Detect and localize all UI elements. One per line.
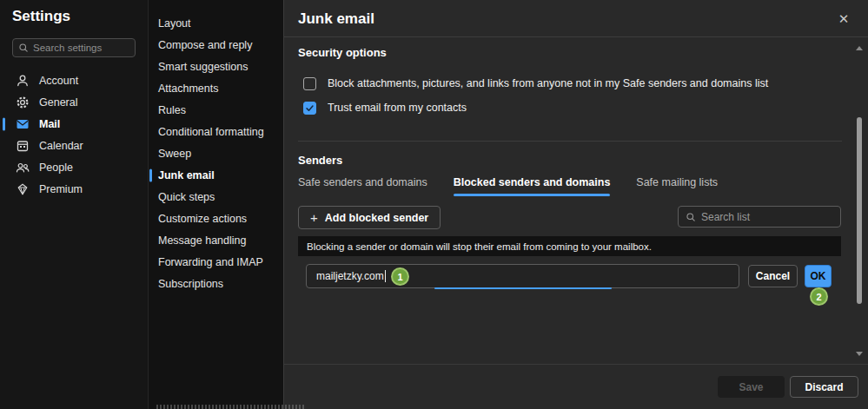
annotation-step-1: 1 — [391, 267, 409, 286]
nav-item-compose-and-reply[interactable]: Compose and reply — [149, 34, 283, 56]
checkmark-icon — [305, 103, 315, 113]
section-divider — [298, 141, 842, 142]
nav-item-label: Smart suggestions — [158, 61, 248, 73]
nav-item-junk-email[interactable]: Junk email — [149, 164, 283, 186]
nav-item-quick-steps[interactable]: Quick steps — [149, 186, 283, 208]
nav-item-rules[interactable]: Rules — [149, 99, 283, 121]
settings-sidebar: Settings Account General — [0, 0, 148, 409]
nav-item-label: Rules — [158, 104, 186, 116]
sidebar-item-premium[interactable]: Premium — [0, 178, 148, 200]
sidebar-item-mail[interactable]: Mail — [0, 113, 148, 135]
discard-button[interactable]: Discard — [790, 376, 858, 398]
nav-item-label: Layout — [158, 17, 191, 30]
block-attachments-checkbox[interactable] — [303, 77, 316, 90]
people-icon — [16, 161, 30, 175]
tab-safe-senders-and-domains[interactable]: Safe senders and domains — [298, 176, 427, 196]
nav-item-label: Forwarding and IMAP — [158, 256, 263, 268]
sidebar-item-calendar[interactable]: Calendar — [0, 135, 148, 156]
sidebar-item-people[interactable]: People — [0, 156, 148, 178]
sidebar-item-general[interactable]: General — [0, 91, 148, 113]
scroll-up-arrow[interactable] — [856, 46, 863, 50]
cancel-button[interactable]: Cancel — [748, 265, 798, 287]
info-text: Blocking a sender or domain will stop th… — [307, 241, 652, 252]
blocking-info-banner: Blocking a sender or domain will stop th… — [298, 236, 841, 256]
scroll-down-arrow[interactable] — [856, 352, 863, 356]
nav-item-customize-actions[interactable]: Customize actions — [149, 208, 283, 229]
nav-item-label: Conditional formatting — [158, 126, 264, 138]
nav-item-forwarding-and-imap[interactable]: Forwarding and IMAP — [149, 251, 283, 273]
tab-label: Blocked senders and domains — [454, 176, 611, 188]
nav-item-label: Customize actions — [158, 213, 247, 225]
security-options-heading: Security options — [298, 46, 387, 59]
nav-item-conditional-formatting[interactable]: Conditional formatting — [149, 121, 283, 142]
settings-search-input[interactable] — [33, 43, 129, 53]
nav-item-smart-suggestions[interactable]: Smart suggestions — [149, 56, 283, 77]
text-caret — [385, 270, 386, 282]
nav-item-message-handling[interactable]: Message handling — [149, 229, 283, 251]
nav-item-subscriptions[interactable]: Subscriptions — [149, 273, 283, 294]
tab-label: Safe senders and domains — [298, 176, 427, 188]
junk-email-panel: Junk email ✕ Security options Block atta… — [283, 0, 868, 409]
nav-item-label: Quick steps — [158, 191, 215, 203]
focus-underline — [434, 287, 612, 289]
add-blocked-sender-label: Add blocked sender — [325, 212, 428, 224]
settings-heading: Settings — [12, 8, 70, 25]
search-icon — [686, 212, 696, 222]
settings-search-box[interactable] — [12, 38, 136, 57]
person-icon — [16, 74, 30, 88]
save-button[interactable]: Save — [718, 376, 785, 398]
checkbox-row-trust-contacts: Trust email from my contacts — [303, 100, 467, 115]
panel-header: Junk email ✕ — [284, 0, 868, 37]
selected-indicator — [149, 168, 152, 181]
add-blocked-sender-button[interactable]: + Add blocked sender — [298, 206, 441, 229]
sidebar-item-account[interactable]: Account — [0, 69, 148, 91]
sidebar-item-label: Premium — [39, 183, 83, 195]
senders-heading: Senders — [298, 154, 342, 167]
calendar-icon — [16, 139, 30, 153]
gear-icon — [16, 96, 30, 109]
senders-tabs: Safe senders and domains Blocked senders… — [298, 176, 718, 196]
tab-blocked-senders-and-domains[interactable]: Blocked senders and domains — [454, 176, 611, 196]
scrollbar-thumb[interactable] — [857, 117, 862, 304]
checkbox-label: Block attachments, pictures, and links f… — [328, 77, 768, 89]
search-list-box[interactable] — [678, 206, 841, 228]
checkbox-label: Trust email from my contacts — [328, 102, 467, 114]
ok-button[interactable]: OK — [805, 265, 832, 287]
sidebar-item-label: Mail — [39, 118, 60, 130]
trust-contacts-checkbox[interactable] — [303, 102, 316, 115]
mail-settings-nav: Layout Compose and reply Smart suggestio… — [148, 0, 283, 409]
search-icon — [18, 43, 29, 53]
diamond-icon — [16, 182, 30, 196]
footer-divider — [284, 364, 868, 365]
nav-item-label: Subscriptions — [158, 278, 223, 290]
nav-item-label: Junk email — [158, 169, 215, 181]
sidebar-item-label: General — [39, 96, 77, 109]
mail-icon — [16, 117, 30, 131]
blocked-sender-value: mailjetzky.com — [316, 270, 384, 282]
nav-item-label: Attachments — [158, 82, 218, 95]
tab-safe-mailing-lists[interactable]: Safe mailing lists — [636, 176, 718, 196]
tab-label: Safe mailing lists — [636, 176, 718, 188]
settings-category-nav: Account General Mail Calendar — [0, 69, 148, 200]
background-text-sliver — [156, 405, 306, 409]
nav-item-label: Message handling — [158, 234, 246, 247]
sidebar-item-label: People — [39, 162, 73, 174]
plus-icon: + — [310, 211, 318, 224]
checkbox-row-block-attachments: Block attachments, pictures, and links f… — [303, 76, 768, 91]
active-tab-indicator — [454, 194, 611, 196]
panel-title: Junk email — [298, 10, 374, 28]
blocked-sender-input[interactable]: mailjetzky.com — [306, 264, 739, 288]
sidebar-item-label: Account — [39, 75, 78, 87]
close-button[interactable]: ✕ — [835, 10, 852, 28]
nav-item-layout[interactable]: Layout — [149, 12, 283, 34]
nav-item-sweep[interactable]: Sweep — [149, 142, 283, 164]
selected-indicator — [3, 117, 5, 130]
nav-item-attachments[interactable]: Attachments — [149, 77, 283, 99]
annotation-step-2: 2 — [810, 287, 828, 306]
sidebar-item-label: Calendar — [39, 140, 83, 152]
nav-item-label: Compose and reply — [158, 39, 252, 51]
settings-dialog: Settings Account General — [0, 0, 868, 409]
nav-item-label: Sweep — [158, 148, 191, 160]
search-list-input[interactable] — [701, 211, 833, 223]
